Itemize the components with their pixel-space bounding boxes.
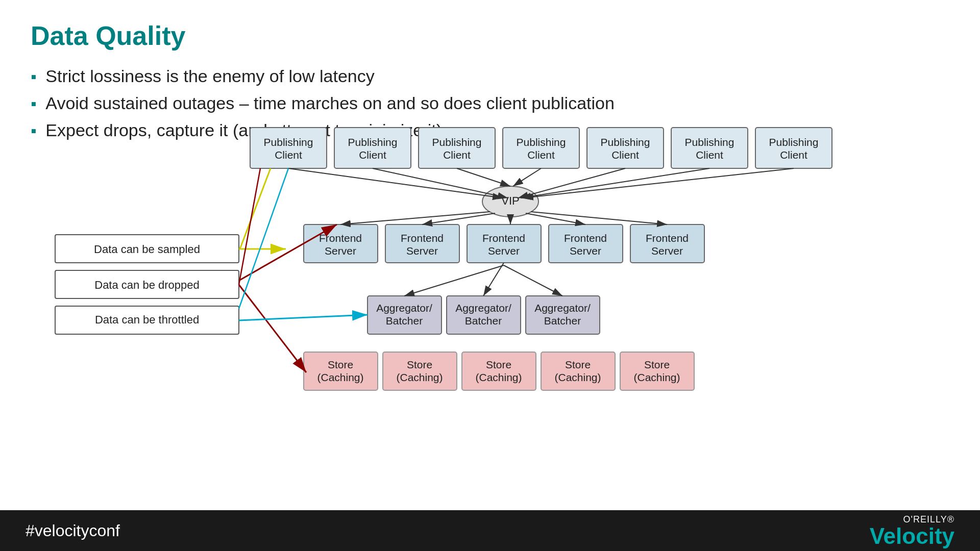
svg-rect-9 (503, 128, 579, 168)
aggregators: Aggregator/ Batcher Aggregator/ Batcher … (368, 296, 600, 334)
svg-line-84 (240, 168, 271, 249)
svg-rect-6 (419, 128, 495, 168)
bullet-1: Strict lossiness is the enemy of low lat… (31, 66, 949, 86)
svg-text:Client: Client (611, 149, 639, 161)
bullet-2: Avoid sustained outages – time marches o… (31, 93, 949, 113)
svg-text:Server: Server (651, 245, 683, 257)
svg-text:(Caching): (Caching) (317, 371, 363, 383)
publishing-clients: Publishing Client Publishing Client Publ… (250, 128, 832, 168)
svg-text:VIP: VIP (501, 194, 519, 207)
svg-line-59 (483, 263, 504, 296)
svg-rect-18 (755, 128, 832, 168)
svg-line-85 (239, 285, 306, 372)
svg-text:Server: Server (325, 245, 356, 257)
svg-text:Client: Client (527, 149, 555, 161)
svg-line-48 (526, 213, 585, 224)
svg-text:Publishing: Publishing (685, 136, 734, 148)
svg-rect-0 (250, 128, 327, 168)
svg-text:Store: Store (486, 359, 511, 370)
svg-line-26 (513, 168, 541, 186)
svg-rect-12 (587, 128, 664, 168)
svg-line-25 (457, 168, 510, 186)
colored-arrows (239, 168, 368, 372)
pub-to-vip-arrows (288, 168, 794, 198)
svg-line-61 (504, 265, 562, 296)
svg-text:Data can be throttled: Data can be throttled (95, 313, 199, 326)
svg-text:Client: Client (275, 149, 302, 161)
footer-hashtag: #velocityconf (26, 521, 120, 540)
velocity-brand: Velocity (870, 525, 954, 547)
svg-text:Client: Client (443, 149, 471, 161)
svg-text:Batcher: Batcher (465, 315, 502, 327)
svg-text:(Caching): (Caching) (396, 371, 443, 383)
svg-text:Store: Store (407, 359, 432, 370)
svg-text:(Caching): (Caching) (475, 371, 522, 383)
svg-text:Batcher: Batcher (386, 315, 423, 327)
stores: Store (Caching) Store (Caching) Store (C… (304, 352, 694, 390)
svg-line-46 (340, 212, 490, 224)
slide-title: Data Quality (31, 20, 949, 51)
svg-text:Aggregator/: Aggregator/ (455, 302, 511, 314)
svg-text:Client: Client (359, 149, 386, 161)
svg-text:Client: Client (780, 149, 807, 161)
svg-line-88 (239, 168, 260, 285)
svg-line-47 (422, 213, 495, 224)
svg-text:Publishing: Publishing (517, 136, 566, 148)
svg-text:Publishing: Publishing (601, 136, 650, 148)
label-boxes: Data can be sampled Data can be dropped … (55, 235, 239, 334)
svg-text:Server: Server (406, 245, 438, 257)
slide-content: Data Quality Strict lossiness is the ene… (0, 0, 980, 140)
svg-text:Aggregator/: Aggregator/ (376, 302, 432, 314)
svg-text:Frontend: Frontend (319, 232, 362, 244)
svg-line-89 (239, 168, 288, 309)
svg-text:Store: Store (644, 359, 670, 370)
svg-text:Server: Server (488, 245, 520, 257)
svg-text:Data can be dropped: Data can be dropped (94, 279, 200, 291)
diagram-container: Publishing Client Publishing Client Publ… (0, 122, 980, 398)
footer: #velocityconf O'REILLY® Velocity (0, 510, 980, 551)
svg-text:Batcher: Batcher (544, 315, 581, 327)
svg-rect-3 (334, 128, 411, 168)
svg-text:Store: Store (565, 359, 591, 370)
svg-text:Frontend: Frontend (401, 232, 444, 244)
svg-text:Aggregator/: Aggregator/ (534, 302, 591, 314)
svg-text:Publishing: Publishing (264, 136, 313, 148)
frontend-servers: Frontend Server Frontend Server Frontend… (304, 224, 704, 263)
diagram-svg: Publishing Client Publishing Client Publ… (0, 122, 980, 398)
footer-logo: O'REILLY® Velocity (870, 514, 954, 547)
svg-text:Data can be sampled: Data can be sampled (94, 243, 200, 256)
frontend-to-agg-arrows (404, 263, 562, 296)
svg-text:(Caching): (Caching) (633, 371, 680, 383)
svg-text:Frontend: Frontend (646, 232, 689, 244)
svg-text:Frontend: Frontend (482, 232, 525, 244)
svg-line-87 (239, 315, 368, 320)
svg-line-28 (521, 168, 709, 198)
svg-text:Frontend: Frontend (564, 232, 607, 244)
svg-rect-15 (671, 128, 748, 168)
svg-text:Publishing: Publishing (432, 136, 482, 148)
svg-text:Publishing: Publishing (769, 136, 819, 148)
vip-node: VIP (482, 186, 538, 217)
svg-text:Client: Client (696, 149, 723, 161)
svg-text:(Caching): (Caching) (554, 371, 601, 383)
svg-line-29 (523, 168, 794, 198)
svg-text:Publishing: Publishing (348, 136, 398, 148)
svg-text:Store: Store (328, 359, 353, 370)
svg-line-60 (404, 265, 504, 296)
svg-text:Server: Server (570, 245, 601, 257)
